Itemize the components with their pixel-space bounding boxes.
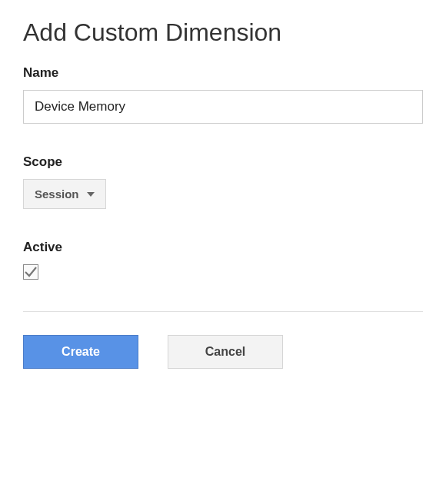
name-field-group: Name (23, 65, 423, 124)
scope-selected-value: Session (35, 187, 79, 201)
name-label: Name (23, 65, 423, 81)
divider (23, 311, 423, 312)
scope-field-group: Scope Session (23, 154, 423, 209)
active-label: Active (23, 240, 423, 255)
scope-dropdown[interactable]: Session (23, 179, 106, 209)
name-input[interactable] (23, 90, 423, 124)
active-checkbox[interactable] (23, 264, 38, 280)
page-title: Add Custom Dimension (23, 18, 423, 47)
create-button[interactable]: Create (23, 335, 138, 369)
active-field-group: Active (23, 240, 423, 280)
button-row: Create Cancel (23, 335, 423, 369)
caret-down-icon (87, 192, 95, 197)
checkmark-icon (25, 267, 37, 277)
cancel-button[interactable]: Cancel (168, 335, 283, 369)
scope-label: Scope (23, 154, 423, 170)
